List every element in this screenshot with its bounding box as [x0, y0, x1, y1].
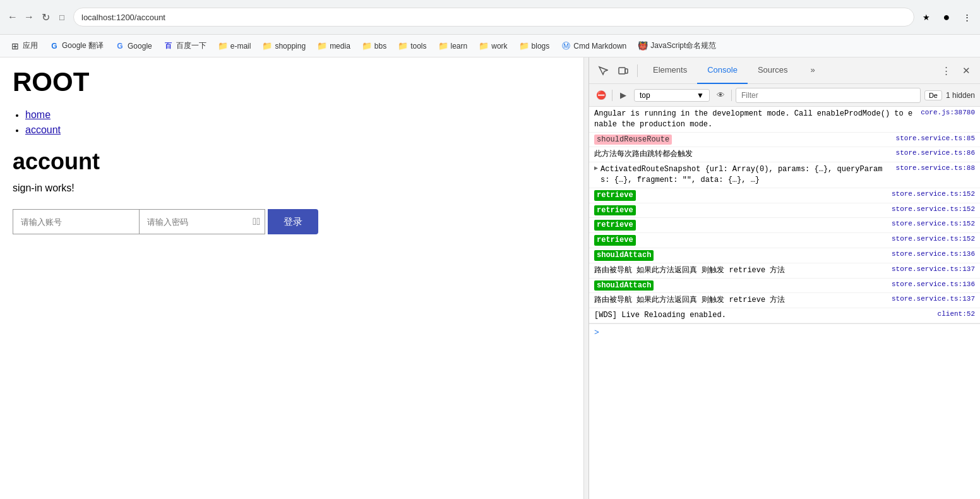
- console-entry-should-attach-msg-2: 路由被导航 如果此方法返回真 则触发 retrieve 方法 store.ser…: [589, 293, 980, 308]
- bookmark-work[interactable]: 📁 work: [474, 39, 512, 54]
- login-form: 👁̸ 登录: [13, 209, 571, 234]
- console-entry-should-attach-1: shouldAttach store.service.ts:136: [589, 248, 980, 263]
- expand-arrow[interactable]: ▶: [594, 164, 598, 172]
- hidden-count-badge: 1 hidden: [946, 91, 975, 100]
- bookmark-learn[interactable]: 📁 learn: [433, 39, 473, 54]
- back-button[interactable]: ←: [6, 11, 19, 23]
- retrieve-3-text: retrieve: [594, 220, 887, 231]
- console-output: Angular is running in the development mo…: [589, 107, 980, 499]
- activated-route-link[interactable]: store.service.ts:88: [896, 164, 975, 172]
- bookmark-blogs-label: blogs: [532, 42, 550, 51]
- address-text: localhost:1200/account: [81, 13, 165, 22]
- bookmark-google-translate[interactable]: G Google 翻译: [44, 38, 109, 54]
- should-attach-msg-2-link[interactable]: store.service.ts:137: [892, 295, 975, 303]
- retrieve-3-link[interactable]: store.service.ts:152: [892, 220, 975, 227]
- inspect-element-button[interactable]: [594, 62, 612, 80]
- bookmark-baidu[interactable]: 百 百度一下: [158, 38, 212, 54]
- scroll-divider: [583, 57, 589, 499]
- bookmark-learn-label: learn: [451, 42, 468, 51]
- prompt-arrow-icon: >: [594, 328, 599, 337]
- console-entry-retrieve-2: retrieve store.service.ts:152: [589, 203, 980, 219]
- username-input[interactable]: [13, 209, 139, 234]
- device-toolbar-button[interactable]: [614, 62, 632, 80]
- password-input[interactable]: [139, 209, 265, 234]
- address-bar[interactable]: localhost:1200/account: [73, 8, 914, 27]
- refresh-button[interactable]: ↻: [39, 11, 52, 23]
- nav-item-home: home: [25, 109, 571, 121]
- retrieve-2-link[interactable]: store.service.ts:152: [892, 205, 975, 213]
- nav-link-account[interactable]: account: [25, 124, 61, 135]
- github-icon: 👹: [638, 41, 648, 51]
- bookmark-blogs[interactable]: 📁 blogs: [514, 39, 555, 54]
- retrieve-badge-3: retrieve: [594, 220, 636, 231]
- should-reuse-link[interactable]: store.service.ts:85: [896, 135, 975, 142]
- wds-link[interactable]: client:52: [938, 310, 975, 318]
- retrieve-badge-1: retrieve: [594, 190, 636, 201]
- tab-elements[interactable]: Elements: [643, 57, 697, 84]
- bookmark-shopping[interactable]: 📁 shopping: [257, 39, 311, 54]
- should-attach-2-link[interactable]: store.service.ts:136: [892, 280, 975, 288]
- bookmark-icon[interactable]: ★: [919, 10, 933, 24]
- bookmark-baidu-label: 百度一下: [176, 40, 206, 51]
- retrieve-1-link[interactable]: store.service.ts:152: [892, 190, 975, 198]
- console-filter-input[interactable]: [736, 88, 921, 103]
- top-selector[interactable]: top ▼: [634, 89, 710, 102]
- bookmark-apps[interactable]: ⊞ 应用: [5, 38, 43, 54]
- home-button[interactable]: □: [56, 11, 68, 23]
- user-icon[interactable]: ●: [940, 10, 953, 24]
- bookmark-js-naming-label: JavaScript命名规范: [650, 40, 716, 51]
- tab-sources[interactable]: Sources: [748, 57, 798, 84]
- should-attach-msg-1-link[interactable]: store.service.ts:137: [892, 265, 975, 273]
- bookmarks-bar: ⊞ 应用 G Google 翻译 G Google 百 百度一下 📁 e-mai…: [0, 35, 980, 57]
- nav-item-account: account: [25, 124, 571, 136]
- bookmark-tools[interactable]: 📁 tools: [393, 39, 431, 54]
- retrieve-4-link[interactable]: store.service.ts:152: [892, 235, 975, 243]
- bookmark-cmd-markdown[interactable]: Ⓜ Cmd Markdown: [556, 39, 631, 54]
- toggle-password-icon[interactable]: 👁̸: [253, 216, 260, 227]
- bookmark-media[interactable]: 📁 media: [312, 39, 356, 54]
- default-levels-button[interactable]: De: [924, 90, 942, 100]
- should-attach-1-link[interactable]: store.service.ts:136: [892, 250, 975, 258]
- work-folder-icon: 📁: [479, 41, 489, 51]
- console-clear-button[interactable]: ⛔: [594, 88, 608, 102]
- svg-rect-0: [619, 68, 625, 74]
- learn-folder-icon: 📁: [438, 41, 448, 51]
- bookmark-media-label: media: [330, 42, 350, 51]
- console-entry-retrieve-1: retrieve store.service.ts:152: [589, 188, 980, 203]
- top-selector-label: top: [640, 91, 650, 100]
- signin-works-text: sign-in works!: [13, 183, 571, 194]
- console-prompt: >: [589, 323, 980, 341]
- bookmark-google-label: Google: [128, 42, 152, 51]
- console-entry-wds: [WDS] Live Reloading enabled. client:52: [589, 308, 980, 323]
- bookmark-work-label: work: [491, 42, 507, 51]
- method-trigger-link[interactable]: store.service.ts:86: [896, 149, 975, 157]
- console-input[interactable]: [603, 328, 975, 337]
- bookmark-bbs[interactable]: 📁 bbs: [357, 39, 391, 54]
- forward-button[interactable]: →: [23, 11, 35, 23]
- nav-link-home[interactable]: home: [25, 109, 51, 120]
- console-entry-retrieve-4: retrieve store.service.ts:152: [589, 233, 980, 248]
- tab-more[interactable]: »: [801, 57, 825, 84]
- should-reuse-text: shouldReuseRoute: [594, 135, 891, 145]
- bookmark-email-label: e-mail: [230, 42, 251, 51]
- tab-console[interactable]: Console: [697, 57, 748, 84]
- console-entry-retrieve-3: retrieve store.service.ts:152: [589, 218, 980, 233]
- devtools-toolbar: Elements Console Sources » ⋮ ✕: [589, 57, 980, 84]
- devtools-panel: Elements Console Sources » ⋮ ✕ ⛔ ▶ to: [589, 57, 980, 499]
- devtools-settings-button[interactable]: ⋮: [937, 62, 955, 80]
- bookmark-google[interactable]: G Google: [110, 39, 157, 54]
- console-entry-should-reuse: shouldReuseRoute store.service.ts:85: [589, 133, 980, 148]
- tools-folder-icon: 📁: [398, 41, 408, 51]
- top-selector-arrow: ▼: [696, 91, 704, 100]
- console-play-button[interactable]: ▶: [616, 88, 630, 102]
- console-entry-activated-route: ▶ ActivatedRouteSnapshot {url: Array(0),…: [589, 162, 980, 188]
- devtools-close-button[interactable]: ✕: [957, 62, 975, 80]
- activated-route-text: ActivatedRouteSnapshot {url: Array(0), p…: [601, 164, 891, 186]
- should-attach-2-text: shouldAttach: [594, 280, 887, 291]
- menu-icon[interactable]: ⋮: [960, 10, 974, 24]
- angular-msg-link[interactable]: core.js:38780: [921, 109, 975, 116]
- bookmark-email[interactable]: 📁 e-mail: [213, 39, 256, 54]
- console-eye-button[interactable]: 👁: [714, 88, 727, 102]
- login-button[interactable]: 登录: [268, 209, 318, 234]
- bookmark-js-naming[interactable]: 👹 JavaScript命名规范: [633, 38, 721, 54]
